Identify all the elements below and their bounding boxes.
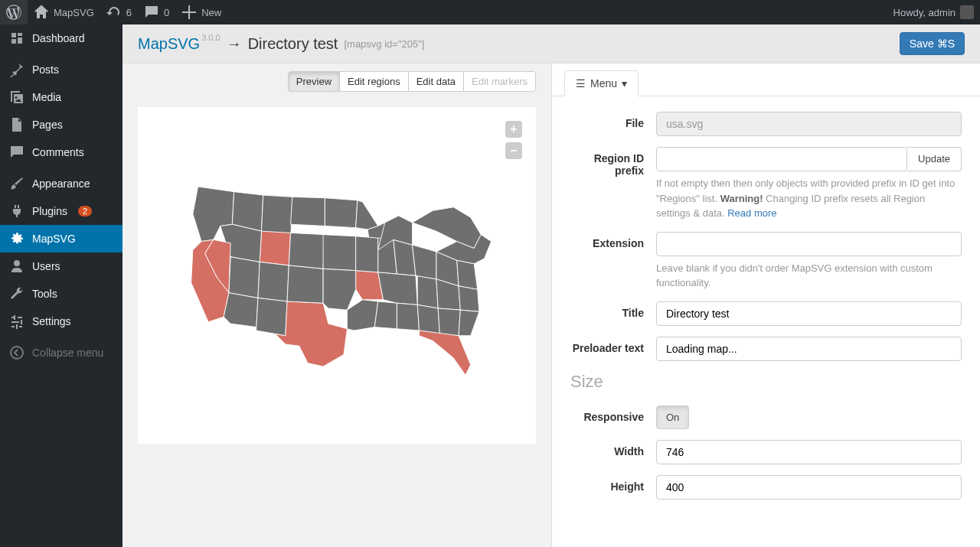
sidebar-item-pages[interactable]: Pages [0,111,122,138]
extension-label: Extension [570,232,656,291]
prefix-input[interactable] [656,147,907,171]
sidebar-item-label: Dashboard [32,32,85,44]
save-button[interactable]: Save ⌘S [900,32,965,55]
wp-logo[interactable] [0,0,28,24]
sidebar-item-plugins[interactable]: Plugins2 [0,197,122,225]
sidebar-item-label: Plugins [32,205,67,217]
sidebar-item-media[interactable]: Media [0,83,122,111]
site-name: MapSVG [54,7,94,18]
plugins-badge: 2 [78,206,92,217]
brand-link[interactable]: MapSVG [138,35,200,53]
usa-map[interactable] [172,173,501,379]
tab-edit-data[interactable]: Edit data [408,71,464,92]
comments-link[interactable]: 0 [138,0,175,24]
comments-icon [9,145,24,160]
file-label: File [570,112,656,136]
gear-icon [9,231,24,246]
sidebar-item-label: Pages [32,119,63,131]
width-input[interactable] [656,440,962,464]
plug-icon [9,203,24,219]
page-title: Directory test [248,35,338,53]
menu-label: Menu [590,77,617,90]
updates-count: 6 [126,7,132,18]
sidebar-item-tools[interactable]: Tools [0,280,122,308]
home-icon [34,5,49,20]
menu-dropdown[interactable]: ☰ Menu ▾ [564,70,639,96]
sidebar-item-label: MapSVG [32,233,76,245]
page-titlebar: MapSVG 3.0.0 → Directory test [mapsvg id… [122,24,980,63]
hamburger-icon: ☰ [576,77,586,90]
file-input [656,112,962,136]
page-icon [9,117,24,132]
breadcrumb-arrow: → [227,35,242,53]
main-content: MapSVG 3.0.0 → Directory test [mapsvg id… [122,24,980,547]
settings-pane: ☰ Menu ▾ File Region ID prefix Update [551,63,980,547]
user-icon [9,259,24,274]
zoom-in-button[interactable]: + [505,121,522,138]
tab-preview[interactable]: Preview [288,71,340,92]
title-input[interactable] [656,301,962,326]
sidebar-item-label: Comments [32,146,84,158]
sidebar-item-mapsvg[interactable]: MapSVG [0,225,122,252]
plus-icon [181,5,197,20]
sidebar-item-label: Settings [32,315,71,327]
prefix-help: If not empty then then only objects with… [656,176,962,221]
brush-icon [9,176,24,191]
extension-help: Leave blank if you didn't order MapSVG e… [656,261,962,291]
map-tabs: Preview Edit regions Edit data Edit mark… [288,71,536,92]
sidebar-collapse[interactable]: Collapse menu [0,339,122,366]
update-button[interactable]: Update [907,147,962,171]
updates-link[interactable]: 6 [100,0,138,24]
caret-down-icon: ▾ [622,77,627,90]
height-input[interactable] [656,475,962,500]
sidebar-item-label: Collapse menu [32,347,103,359]
sidebar-item-label: Tools [32,288,57,300]
avatar [960,5,974,19]
sidebar-item-label: Users [32,260,60,272]
tab-edit-markers: Edit markers [463,71,536,92]
comment-icon [144,5,159,20]
new-label: New [201,7,221,18]
prefix-label: Region ID prefix [570,147,656,221]
wrench-icon [9,286,24,301]
sidebar-item-dashboard[interactable]: Dashboard [0,24,122,52]
sidebar-item-settings[interactable]: Settings [0,308,122,335]
comments-count: 0 [164,7,169,18]
sidebar-item-label: Posts [32,63,59,76]
height-label: Height [570,475,656,500]
size-heading: Size [570,372,962,392]
admin-sidebar: Dashboard Posts Media Pages Comments App… [0,24,122,547]
shortcode: [mapsvg id="205"] [344,38,424,50]
preloader-label: Preloader text [570,337,656,361]
greeting: Howdy, admin [893,7,956,18]
extension-input[interactable] [656,232,962,256]
sidebar-item-appearance[interactable]: Appearance [0,170,122,197]
svg-point-0 [11,347,23,359]
tab-edit-regions[interactable]: Edit regions [339,71,409,92]
collapse-icon [9,345,24,360]
sidebar-item-comments[interactable]: Comments [0,138,122,166]
sidebar-item-label: Media [32,91,61,103]
new-link[interactable]: New [175,0,227,24]
read-more-link[interactable]: Read more [727,207,776,219]
title-label: Title [570,301,656,326]
dashboard-icon [9,31,24,46]
pin-icon [9,62,24,77]
admin-bar: MapSVG 6 0 New Howdy, admin [0,0,980,24]
sidebar-item-label: Appearance [32,177,90,190]
media-icon [9,90,24,105]
sidebar-item-posts[interactable]: Posts [0,56,122,83]
responsive-toggle[interactable]: On [656,405,689,429]
preloader-input[interactable] [656,337,962,361]
zoom-out-button[interactable]: − [505,142,522,159]
responsive-label: Responsive [570,405,656,429]
sidebar-item-users[interactable]: Users [0,252,122,280]
map-pane: Preview Edit regions Edit data Edit mark… [122,63,551,547]
width-label: Width [570,440,656,464]
map-container: + − [138,107,536,444]
account-link[interactable]: Howdy, admin [893,5,980,19]
sliders-icon [9,314,24,329]
update-icon [106,5,122,20]
version: 3.0.0 [201,33,220,42]
site-link[interactable]: MapSVG [28,0,100,24]
